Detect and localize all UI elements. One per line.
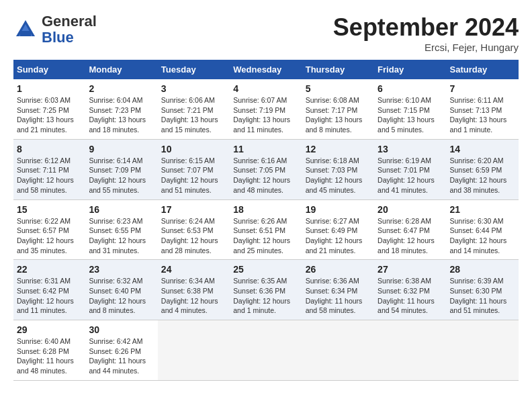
title-block: September 2024 Ercsi, Fejer, Hungary	[333, 13, 519, 53]
calendar-cell: 30Sunrise: 6:42 AM Sunset: 6:26 PM Dayli…	[85, 320, 157, 381]
day-number: 13	[378, 144, 443, 154]
logo-general: General	[42, 13, 97, 30]
day-number: 18	[233, 204, 298, 215]
day-number: 4	[233, 83, 298, 94]
calendar-cell: 17Sunrise: 6:24 AM Sunset: 6:53 PM Dayli…	[158, 199, 230, 260]
day-number: 22	[17, 264, 82, 275]
day-info: Sunrise: 6:28 AM Sunset: 6:47 PM Dayligh…	[378, 216, 443, 256]
calendar-cell: 3Sunrise: 6:06 AM Sunset: 7:21 PM Daylig…	[158, 79, 230, 139]
calendar-cell: 13Sunrise: 6:19 AM Sunset: 7:01 PM Dayli…	[374, 139, 446, 199]
calendar-cell: 14Sunrise: 6:20 AM Sunset: 6:59 PM Dayli…	[447, 139, 519, 199]
calendar-cell: 8Sunrise: 6:12 AM Sunset: 7:11 PM Daylig…	[13, 139, 85, 199]
col-header-saturday: Saturday	[447, 60, 519, 79]
day-number: 30	[89, 324, 154, 335]
svg-rect-2	[20, 31, 31, 36]
col-header-tuesday: Tuesday	[158, 60, 230, 79]
calendar-row-1: 1Sunrise: 6:03 AM Sunset: 7:25 PM Daylig…	[13, 79, 519, 139]
calendar-cell: 12Sunrise: 6:18 AM Sunset: 7:03 PM Dayli…	[302, 139, 374, 199]
day-info: Sunrise: 6:30 AM Sunset: 6:44 PM Dayligh…	[450, 216, 515, 256]
day-number: 24	[161, 264, 226, 275]
day-number: 21	[450, 204, 515, 215]
calendar-cell: 6Sunrise: 6:10 AM Sunset: 7:15 PM Daylig…	[374, 79, 446, 139]
day-info: Sunrise: 6:32 AM Sunset: 6:40 PM Dayligh…	[89, 276, 154, 316]
day-info: Sunrise: 6:19 AM Sunset: 7:01 PM Dayligh…	[378, 156, 443, 195]
calendar-cell: 15Sunrise: 6:22 AM Sunset: 6:57 PM Dayli…	[13, 199, 85, 260]
calendar-cell: 26Sunrise: 6:36 AM Sunset: 6:34 PM Dayli…	[302, 260, 374, 320]
calendar-cell: 23Sunrise: 6:32 AM Sunset: 6:40 PM Dayli…	[85, 260, 157, 320]
day-info: Sunrise: 6:40 AM Sunset: 6:28 PM Dayligh…	[17, 336, 82, 376]
calendar-cell: 2Sunrise: 6:04 AM Sunset: 7:23 PM Daylig…	[85, 79, 157, 139]
day-info: Sunrise: 6:04 AM Sunset: 7:23 PM Dayligh…	[89, 95, 154, 135]
calendar-row-5: 29Sunrise: 6:40 AM Sunset: 6:28 PM Dayli…	[13, 320, 519, 381]
calendar-cell	[447, 320, 519, 381]
calendar-cell	[302, 320, 374, 381]
day-number: 15	[17, 204, 82, 215]
day-number: 1	[17, 83, 82, 94]
day-number: 6	[378, 83, 443, 94]
day-info: Sunrise: 6:39 AM Sunset: 6:30 PM Dayligh…	[450, 276, 515, 316]
day-number: 26	[306, 264, 371, 275]
day-info: Sunrise: 6:31 AM Sunset: 6:42 PM Dayligh…	[17, 276, 82, 316]
day-info: Sunrise: 6:15 AM Sunset: 7:07 PM Dayligh…	[161, 156, 226, 195]
day-info: Sunrise: 6:27 AM Sunset: 6:49 PM Dayligh…	[306, 216, 371, 256]
day-info: Sunrise: 6:06 AM Sunset: 7:21 PM Dayligh…	[161, 95, 226, 135]
calendar-cell: 16Sunrise: 6:23 AM Sunset: 6:55 PM Dayli…	[85, 199, 157, 260]
calendar-cell: 29Sunrise: 6:40 AM Sunset: 6:28 PM Dayli…	[13, 320, 85, 381]
day-info: Sunrise: 6:08 AM Sunset: 7:17 PM Dayligh…	[306, 95, 371, 135]
page-header: General Blue September 2024 Ercsi, Fejer…	[13, 13, 519, 53]
calendar-header: SundayMondayTuesdayWednesdayThursdayFrid…	[13, 60, 519, 79]
col-header-sunday: Sunday	[13, 60, 85, 79]
day-number: 17	[161, 204, 226, 215]
day-info: Sunrise: 6:10 AM Sunset: 7:15 PM Dayligh…	[378, 95, 443, 135]
day-number: 28	[450, 264, 515, 275]
col-header-thursday: Thursday	[302, 60, 374, 79]
day-number: 8	[17, 144, 82, 154]
location: Ercsi, Fejer, Hungary	[333, 42, 519, 53]
calendar-cell: 28Sunrise: 6:39 AM Sunset: 6:30 PM Dayli…	[447, 260, 519, 320]
calendar-cell: 18Sunrise: 6:26 AM Sunset: 6:51 PM Dayli…	[230, 199, 302, 260]
calendar-cell: 9Sunrise: 6:14 AM Sunset: 7:09 PM Daylig…	[85, 139, 157, 199]
day-info: Sunrise: 6:07 AM Sunset: 7:19 PM Dayligh…	[233, 95, 298, 135]
logo-blue: Blue	[42, 29, 74, 46]
day-number: 19	[306, 204, 371, 215]
day-info: Sunrise: 6:34 AM Sunset: 6:38 PM Dayligh…	[161, 276, 226, 316]
day-number: 7	[450, 83, 515, 94]
logo-text: General Blue	[42, 13, 97, 46]
day-number: 12	[306, 144, 371, 154]
col-header-wednesday: Wednesday	[230, 60, 302, 79]
day-number: 5	[306, 83, 371, 94]
calendar-cell: 22Sunrise: 6:31 AM Sunset: 6:42 PM Dayli…	[13, 260, 85, 320]
calendar-cell: 11Sunrise: 6:16 AM Sunset: 7:05 PM Dayli…	[230, 139, 302, 199]
day-info: Sunrise: 6:24 AM Sunset: 6:53 PM Dayligh…	[161, 216, 226, 256]
calendar-cell: 7Sunrise: 6:11 AM Sunset: 7:13 PM Daylig…	[447, 79, 519, 139]
calendar-body: 1Sunrise: 6:03 AM Sunset: 7:25 PM Daylig…	[13, 79, 519, 380]
day-info: Sunrise: 6:42 AM Sunset: 6:26 PM Dayligh…	[89, 336, 154, 376]
calendar-row-3: 15Sunrise: 6:22 AM Sunset: 6:57 PM Dayli…	[13, 199, 519, 260]
calendar-cell: 25Sunrise: 6:35 AM Sunset: 6:36 PM Dayli…	[230, 260, 302, 320]
day-info: Sunrise: 6:35 AM Sunset: 6:36 PM Dayligh…	[233, 276, 298, 316]
day-number: 9	[89, 144, 154, 154]
day-number: 20	[378, 204, 443, 215]
calendar-row-2: 8Sunrise: 6:12 AM Sunset: 7:11 PM Daylig…	[13, 139, 519, 199]
col-header-monday: Monday	[85, 60, 157, 79]
day-number: 11	[233, 144, 298, 154]
day-info: Sunrise: 6:38 AM Sunset: 6:32 PM Dayligh…	[378, 276, 443, 316]
month-title: September 2024	[333, 13, 519, 42]
day-info: Sunrise: 6:03 AM Sunset: 7:25 PM Dayligh…	[17, 95, 82, 135]
day-number: 29	[17, 324, 82, 335]
day-number: 27	[378, 264, 443, 275]
day-info: Sunrise: 6:20 AM Sunset: 6:59 PM Dayligh…	[450, 156, 515, 195]
calendar-cell: 27Sunrise: 6:38 AM Sunset: 6:32 PM Dayli…	[374, 260, 446, 320]
calendar-cell	[158, 320, 230, 381]
calendar-cell: 24Sunrise: 6:34 AM Sunset: 6:38 PM Dayli…	[158, 260, 230, 320]
day-info: Sunrise: 6:22 AM Sunset: 6:57 PM Dayligh…	[17, 216, 82, 256]
day-info: Sunrise: 6:23 AM Sunset: 6:55 PM Dayligh…	[89, 216, 154, 256]
day-number: 25	[233, 264, 298, 275]
day-info: Sunrise: 6:18 AM Sunset: 7:03 PM Dayligh…	[306, 156, 371, 195]
day-number: 14	[450, 144, 515, 154]
calendar-row-4: 22Sunrise: 6:31 AM Sunset: 6:42 PM Dayli…	[13, 260, 519, 320]
calendar-cell: 19Sunrise: 6:27 AM Sunset: 6:49 PM Dayli…	[302, 199, 374, 260]
header-row: SundayMondayTuesdayWednesdayThursdayFrid…	[13, 60, 519, 79]
day-number: 3	[161, 83, 226, 94]
calendar-cell: 20Sunrise: 6:28 AM Sunset: 6:47 PM Dayli…	[374, 199, 446, 260]
